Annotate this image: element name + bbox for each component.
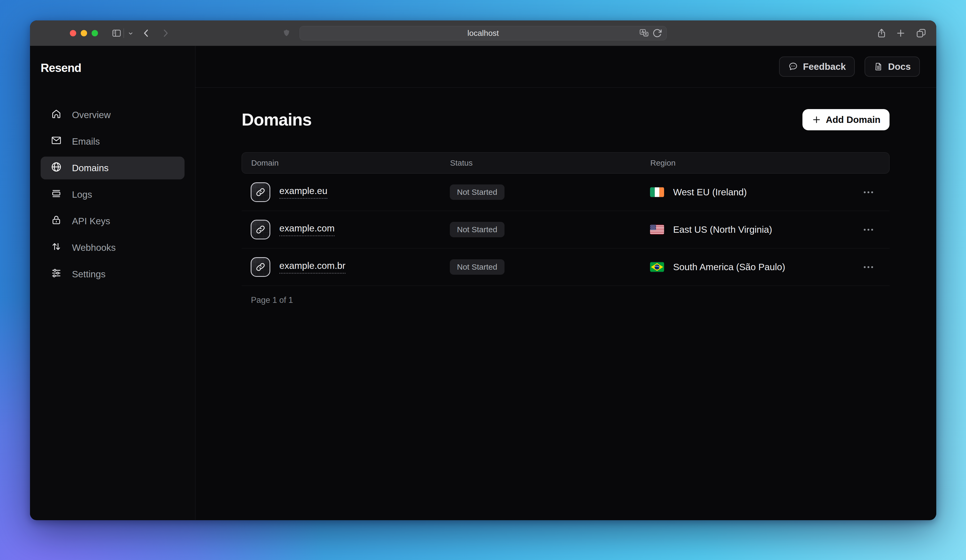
region-name: South America (São Paulo) bbox=[673, 262, 785, 272]
browser-window: localhost bbox=[30, 20, 936, 520]
region-name: West EU (Ireland) bbox=[673, 187, 747, 198]
feedback-bubble-icon bbox=[788, 62, 798, 72]
sidebar: Resend Overview bbox=[30, 46, 196, 520]
browser-titlebar: localhost bbox=[30, 20, 936, 46]
sidebar-item-logs[interactable]: Logs bbox=[41, 183, 184, 206]
sidebar-item-label: Settings bbox=[72, 269, 105, 280]
link-icon bbox=[251, 257, 270, 277]
sidebar-item-emails[interactable]: Emails bbox=[41, 130, 184, 153]
share-icon[interactable] bbox=[876, 28, 887, 38]
sidebar-item-overview[interactable]: Overview bbox=[41, 103, 184, 126]
back-icon[interactable] bbox=[141, 28, 152, 38]
home-icon bbox=[51, 108, 62, 121]
mail-icon bbox=[51, 135, 62, 148]
reload-icon[interactable] bbox=[652, 28, 662, 38]
new-tab-icon[interactable] bbox=[895, 28, 906, 38]
usa-flag-icon bbox=[650, 224, 664, 235]
domain-link[interactable]: example.com.br bbox=[279, 260, 345, 273]
feedback-button[interactable]: Feedback bbox=[779, 57, 855, 77]
globe-icon bbox=[51, 161, 62, 175]
status-badge: Not Started bbox=[450, 259, 504, 275]
table-row: example.eu Not Started West EU (Ireland) bbox=[242, 174, 890, 211]
sidebar-item-label: Overview bbox=[72, 110, 111, 120]
titlebar-separator bbox=[123, 28, 124, 38]
pagination-status: Page 1 of 1 bbox=[242, 295, 890, 305]
sidebar-item-label: Logs bbox=[72, 189, 92, 200]
domains-table: Domain Status Region bbox=[242, 152, 890, 286]
domain-link[interactable]: example.eu bbox=[279, 185, 327, 199]
link-icon bbox=[251, 182, 270, 202]
ireland-flag-icon bbox=[650, 187, 664, 198]
region-name: East US (North Virginia) bbox=[673, 224, 772, 235]
column-header-domain: Domain bbox=[242, 159, 450, 167]
sidebar-item-label: Emails bbox=[72, 136, 100, 147]
domains-page: Domains Add Domain Domain bbox=[196, 88, 936, 305]
address-bar[interactable]: localhost bbox=[299, 26, 667, 40]
page-title: Domains bbox=[242, 110, 312, 129]
tab-overview-icon[interactable] bbox=[916, 28, 927, 38]
url-text: localhost bbox=[467, 29, 499, 38]
translate-icon[interactable] bbox=[639, 28, 649, 39]
privacy-shield-icon[interactable] bbox=[282, 29, 291, 38]
resend-logo: Resend bbox=[41, 61, 184, 75]
app-header: Feedback Docs bbox=[196, 46, 936, 88]
row-actions-ellipsis-icon[interactable] bbox=[864, 174, 890, 211]
docs-button[interactable]: Docs bbox=[864, 57, 920, 77]
app-root: Resend Overview bbox=[30, 46, 936, 520]
lock-icon bbox=[51, 215, 62, 228]
column-header-status: Status bbox=[450, 159, 650, 167]
table-header-row: Domain Status Region bbox=[242, 152, 890, 174]
column-header-region: Region bbox=[650, 159, 889, 167]
sidebar-nav: Overview Emails bbox=[41, 103, 184, 286]
zoom-window-button[interactable] bbox=[92, 30, 98, 36]
status-badge: Not Started bbox=[450, 222, 504, 237]
sidebar-item-api-keys[interactable]: API Keys bbox=[41, 210, 184, 233]
domain-link[interactable]: example.com bbox=[279, 223, 335, 236]
arrows-up-down-icon bbox=[51, 241, 62, 254]
sidebar-item-label: API Keys bbox=[72, 216, 110, 226]
chevron-down-icon[interactable] bbox=[127, 31, 134, 36]
feedback-button-label: Feedback bbox=[803, 61, 846, 72]
main-content: Feedback Docs bbox=[196, 46, 936, 520]
docs-button-label: Docs bbox=[888, 61, 911, 72]
table-row: example.com.br Not Started bbox=[242, 249, 890, 286]
sliders-icon bbox=[51, 267, 62, 281]
sidebar-item-domains[interactable]: Domains bbox=[41, 157, 184, 179]
table-row: example.com Not Started bbox=[242, 211, 890, 249]
sidebar-toggle-icon[interactable] bbox=[111, 28, 122, 38]
logs-icon bbox=[51, 188, 62, 201]
brazil-flag-icon bbox=[650, 262, 664, 272]
status-badge: Not Started bbox=[450, 185, 504, 200]
link-icon bbox=[251, 220, 270, 239]
forward-icon[interactable] bbox=[160, 28, 171, 38]
add-domain-button-label: Add Domain bbox=[826, 115, 881, 125]
sidebar-item-settings[interactable]: Settings bbox=[41, 263, 184, 286]
close-window-button[interactable] bbox=[70, 30, 76, 36]
plus-icon bbox=[812, 115, 821, 125]
sidebar-item-label: Domains bbox=[72, 163, 108, 173]
desktop-background: localhost bbox=[0, 0, 966, 560]
sidebar-item-webhooks[interactable]: Webhooks bbox=[41, 236, 184, 259]
row-actions-ellipsis-icon[interactable] bbox=[864, 249, 890, 286]
minimize-window-button[interactable] bbox=[81, 30, 87, 36]
sidebar-item-label: Webhooks bbox=[72, 242, 116, 253]
add-domain-button[interactable]: Add Domain bbox=[802, 109, 890, 130]
document-icon bbox=[874, 62, 883, 72]
row-actions-ellipsis-icon[interactable] bbox=[864, 211, 890, 248]
